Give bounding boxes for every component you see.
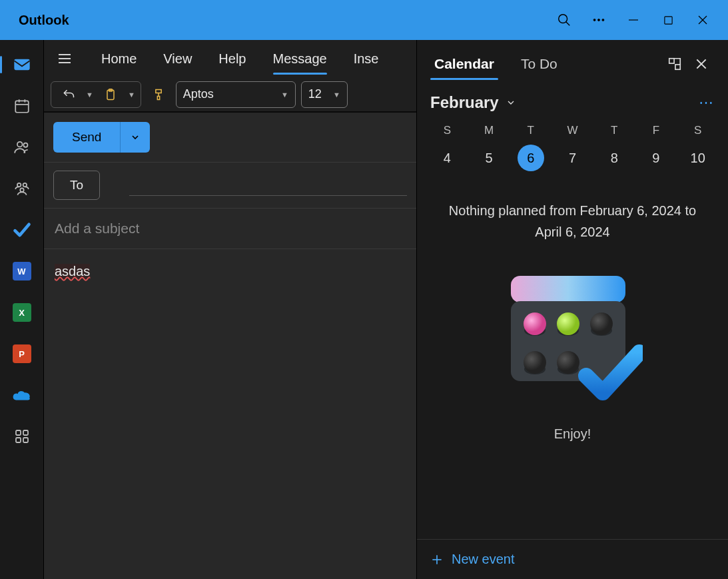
font-size-select[interactable]: 12 ▼ [301, 81, 348, 108]
day-header: T [510, 124, 551, 137]
svg-rect-21 [16, 438, 21, 442]
font-family-select[interactable]: Aptos ▼ [176, 81, 296, 108]
to-button[interactable]: To [53, 171, 100, 200]
day-cell[interactable]: 8 [593, 144, 635, 172]
svg-rect-28 [669, 59, 674, 63]
panel-tab-todo[interactable]: To Do [517, 40, 561, 88]
svg-line-1 [566, 22, 570, 26]
tab-help[interactable]: Help [208, 40, 256, 77]
close-panel-icon[interactable] [688, 51, 715, 77]
new-event-button[interactable]: New event [430, 552, 715, 567]
chevron-down-icon[interactable]: ▼ [128, 91, 135, 99]
rail-calendar[interactable] [11, 95, 33, 117]
panel-tab-calendar[interactable]: Calendar [430, 40, 498, 88]
svg-rect-6 [664, 16, 671, 23]
svg-rect-29 [675, 65, 680, 69]
send-split-button: Send [53, 122, 150, 153]
day-cell[interactable]: 10 [677, 144, 719, 172]
app-rail: W X P [0, 40, 44, 579]
maximize-button[interactable] [651, 0, 685, 40]
rail-onedrive[interactable] [11, 384, 33, 406]
day-cell[interactable]: 9 [635, 144, 677, 172]
calendar-panel: Calendar To Do February ⋯ S M T W T F [416, 40, 728, 579]
format-toolbar: ▼ ▼ Aptos ▼ 12 ▼ [44, 77, 416, 112]
app-title: Outlook [19, 13, 547, 28]
svg-point-17 [23, 183, 26, 187]
week-grid: S M T W T F S 4 5 6 7 8 9 10 [417, 117, 728, 179]
day-cell-today[interactable]: 6 [510, 144, 551, 172]
undo-button[interactable] [57, 81, 81, 108]
search-icon[interactable] [547, 0, 581, 40]
subject-input[interactable] [55, 221, 406, 237]
enjoy-label: Enjoy! [417, 426, 728, 442]
day-header: S [426, 124, 468, 137]
more-icon[interactable] [581, 0, 616, 40]
day-cell[interactable]: 4 [426, 144, 468, 172]
day-header: W [551, 124, 593, 137]
rail-todo[interactable] [11, 219, 33, 241]
rail-powerpoint[interactable]: P [11, 342, 33, 365]
chevron-down-icon: ▼ [333, 91, 340, 99]
recipient-row: To [44, 163, 416, 209]
svg-point-35 [524, 312, 546, 335]
send-row: Send [44, 113, 416, 163]
svg-point-43 [557, 351, 579, 374]
minimize-button[interactable] [616, 0, 651, 40]
new-event-label: New event [452, 552, 515, 567]
subject-row [44, 209, 416, 249]
rail-people[interactable] [11, 136, 33, 159]
svg-point-39 [590, 312, 613, 335]
svg-point-2 [593, 19, 595, 21]
svg-point-18 [20, 188, 23, 191]
svg-rect-9 [14, 59, 29, 70]
format-painter-button[interactable] [147, 81, 171, 108]
month-selector-row: February ⋯ [417, 88, 728, 117]
svg-rect-22 [23, 438, 28, 442]
svg-point-41 [524, 351, 546, 374]
message-body[interactable]: asdas [44, 249, 416, 579]
rail-word[interactable]: W [11, 260, 33, 283]
day-header: T [593, 124, 635, 137]
compose-area: Home View Help Message Inse ▼ ▼ Aptos [44, 40, 416, 579]
svg-point-3 [598, 19, 600, 21]
calendar-more-icon[interactable]: ⋯ [699, 94, 715, 111]
rail-excel[interactable]: X [11, 301, 33, 324]
tab-home[interactable]: Home [91, 40, 147, 77]
font-family-value: Aptos [183, 87, 214, 101]
tab-view[interactable]: View [153, 40, 202, 77]
month-selector[interactable]: February [430, 93, 516, 112]
svg-point-16 [17, 183, 20, 187]
chevron-down-icon: ▼ [281, 91, 288, 99]
panel-footer: New event [417, 539, 728, 579]
expand-icon[interactable] [661, 51, 688, 77]
ribbon-tabs: Home View Help Message Inse [44, 40, 416, 77]
rail-groups[interactable] [11, 177, 33, 200]
day-cell[interactable]: 5 [468, 144, 510, 172]
day-header: M [468, 124, 510, 137]
send-dropdown[interactable] [121, 122, 150, 153]
tab-message[interactable]: Message [262, 40, 338, 77]
month-label: February [430, 93, 499, 112]
day-cell[interactable]: 7 [551, 144, 593, 172]
panel-tabs: Calendar To Do [417, 40, 728, 88]
rail-mail[interactable] [11, 53, 33, 76]
titlebar: Outlook [0, 0, 728, 40]
rail-more-apps[interactable] [11, 425, 33, 448]
svg-rect-10 [15, 101, 29, 112]
send-button[interactable]: Send [53, 122, 121, 153]
svg-rect-32 [511, 276, 625, 302]
body-text: asdas [55, 264, 90, 279]
to-input[interactable] [129, 175, 407, 196]
font-size-value: 12 [308, 87, 322, 101]
empty-schedule-message: Nothing planned from February 6, 2024 to… [417, 179, 728, 256]
svg-point-37 [557, 312, 579, 335]
tab-insert[interactable]: Inse [343, 40, 390, 77]
day-header: F [635, 124, 677, 137]
hamburger-icon[interactable] [49, 43, 80, 74]
paste-button[interactable] [99, 81, 123, 108]
undo-paste-group: ▼ ▼ [51, 81, 141, 108]
compose-body: Send To asdas [44, 112, 416, 579]
close-button[interactable] [685, 0, 720, 40]
svg-point-4 [602, 19, 604, 21]
chevron-down-icon[interactable]: ▼ [86, 91, 93, 99]
